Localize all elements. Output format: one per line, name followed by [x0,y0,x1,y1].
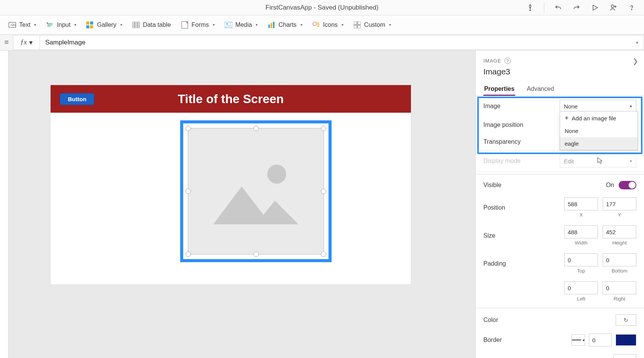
ribbon-icons-label: Icons [323,21,338,28]
resize-handle[interactable] [321,189,326,194]
ribbon-icons[interactable]: Icons▾ [312,21,343,29]
dropdown-option-none[interactable]: None [560,125,637,137]
border-style-select[interactable]: ▾ [571,334,585,346]
dropdown-option-eagle[interactable]: eagle [560,137,637,150]
undo-icon[interactable] [554,3,563,12]
insert-ribbon: Abc Text▾ Input▾ Gallery▾ Data table For… [0,15,644,34]
svg-point-16 [313,22,317,26]
control-name: Image3 [483,67,636,76]
formula-fx-button[interactable]: ƒx▾ [13,35,40,50]
border-radius-input[interactable] [613,354,636,358]
position-x-input[interactable] [564,197,598,210]
border-color-swatch[interactable] [616,334,636,346]
gallery-icon [86,21,94,29]
ribbon-forms[interactable]: Forms▾ [181,21,215,29]
play-icon[interactable] [590,3,600,12]
resize-handle[interactable] [321,126,326,131]
help-icon[interactable] [627,3,636,12]
padding-bottom-sublabel: Bottom [603,268,636,274]
canvas-button[interactable]: Button [60,93,94,105]
prop-display-mode-label: Display mode [483,158,560,164]
dropdown-add-image[interactable]: +Add an image file [560,112,637,125]
prop-padding-label: Padding [483,260,564,267]
app-title: FirstCanvasApp - Saved (Unpublished) [266,4,379,11]
visible-value: On [606,182,614,189]
svg-point-12 [226,23,228,25]
image-select[interactable]: None▾ [560,100,636,113]
title-bar: FirstCanvasApp - Saved (Unpublished) [0,0,644,15]
padding-top-sublabel: Top [564,268,598,274]
svg-rect-18 [358,21,361,25]
screen-title-label: Title of the Screen [51,92,411,106]
position-x-sublabel: X [564,212,598,218]
tab-advanced[interactable]: Advanced [526,82,555,95]
resize-handle[interactable] [186,251,191,257]
redo-icon[interactable] [572,3,581,12]
ribbon-forms-label: Forms [192,21,209,28]
prop-color-label: Color [483,317,560,324]
left-rail [0,51,8,358]
ribbon-media[interactable]: Media▾ [225,21,258,29]
resize-handle[interactable] [253,251,259,257]
ribbon-gallery[interactable]: Gallery▾ [86,21,122,29]
svg-rect-8 [90,25,93,28]
datatable-icon [132,21,140,29]
ribbon-input[interactable]: Input▾ [46,21,76,29]
resize-handle[interactable] [253,126,259,131]
svg-text:Abc: Abc [10,23,16,27]
selected-image-control[interactable] [180,120,332,262]
ribbon-input-label: Input [57,21,71,28]
info-icon[interactable]: ? [504,57,511,64]
padding-left-sublabel: Left [564,296,598,302]
screen-header: Button Title of the Screen [51,85,411,113]
charts-icon [268,21,275,29]
position-y-sublabel: Y [603,212,636,218]
resize-handle[interactable] [186,189,191,194]
ribbon-text-label: Text [19,21,30,28]
tab-properties[interactable]: Properties [483,82,515,95]
ribbon-custom[interactable]: Custom▾ [353,21,391,29]
ribbon-charts[interactable]: Charts▾ [268,21,302,29]
color-reset-button[interactable]: ↻ [616,314,636,326]
formula-equals: = [0,38,13,47]
panel-expand-icon[interactable] [632,57,638,67]
size-width-input[interactable] [564,225,598,238]
position-y-input[interactable] [603,197,636,210]
border-width-input[interactable] [589,333,612,347]
visible-toggle[interactable] [619,181,636,189]
size-width-sublabel: Width [564,240,598,246]
ribbon-text[interactable]: Abc Text▾ [8,21,36,29]
canvas-area[interactable]: Button Title of the Screen [8,51,475,358]
svg-point-21 [267,165,286,184]
ribbon-gallery-label: Gallery [97,21,117,28]
titlebar-separator [544,2,544,13]
media-icon [225,21,232,29]
properties-panel: IMAGE ? Image3 Properties Advanced Image [475,51,644,358]
prop-image-label: Image [483,103,560,110]
custom-icon [353,21,361,29]
app-checker-icon[interactable] [526,3,535,12]
formula-expand-icon[interactable]: ▾ [636,40,638,45]
image-placeholder [188,128,324,255]
resize-handle[interactable] [321,251,326,257]
prop-visible-label: Visible [483,182,560,189]
svg-point-0 [611,5,614,7]
padding-bottom-input[interactable] [603,253,636,266]
padding-top-input[interactable] [564,253,598,266]
screen-canvas[interactable]: Button Title of the Screen [51,85,411,284]
formula-input[interactable]: SampleImage ▾ [40,35,644,50]
input-icon [46,21,54,29]
share-icon[interactable] [609,3,618,12]
svg-rect-19 [354,25,357,28]
size-height-input[interactable] [603,225,636,238]
display-mode-select[interactable]: Edit▾ [560,154,636,168]
ribbon-custom-label: Custom [364,21,385,28]
ribbon-media-label: Media [235,21,252,28]
ribbon-datatable[interactable]: Data table [132,21,171,29]
padding-right-input[interactable] [603,281,636,294]
icons-icon [312,21,320,29]
resize-handle[interactable] [186,126,191,131]
size-height-sublabel: Height [603,240,636,246]
padding-left-input[interactable] [564,281,598,294]
svg-rect-5 [86,21,89,25]
